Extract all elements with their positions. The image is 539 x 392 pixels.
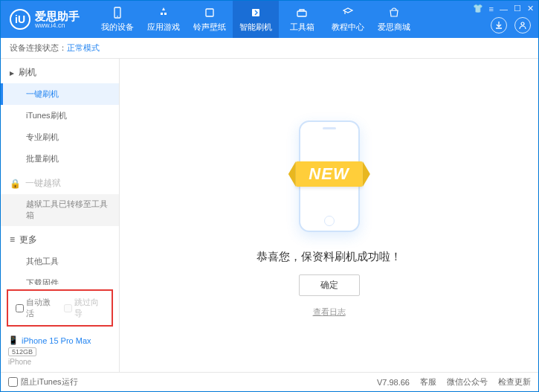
window-controls: 👕 ≡ — ☐ ✕ <box>473 4 534 13</box>
device-storage: 512GB <box>8 347 36 356</box>
sidebar-item-batch[interactable]: 批量刷机 <box>1 148 119 170</box>
top-nav: 我的设备 应用游戏 铃声壁纸 智能刷机 工具箱 教程中心 爱思商城 <box>94 1 417 38</box>
status-label: 设备连接状态： <box>10 42 67 54</box>
device-icon <box>111 6 124 19</box>
view-log-link[interactable]: 查看日志 <box>313 306 346 318</box>
logo: iU 爱思助手 www.i4.cn <box>1 9 88 30</box>
minimize-icon[interactable]: — <box>500 4 508 13</box>
footer-link-wechat[interactable]: 微信公众号 <box>447 376 488 388</box>
sidebar-item-oneclick[interactable]: 一键刷机 <box>1 83 119 105</box>
nav-tutorials[interactable]: 教程中心 <box>325 1 371 38</box>
new-ribbon: NEW <box>295 161 362 187</box>
sidebar-item-other[interactable]: 其他工具 <box>1 251 119 272</box>
auto-activate-checkbox[interactable]: 自动激活 <box>16 297 57 319</box>
svg-rect-4 <box>297 11 306 16</box>
device-name[interactable]: 📱iPhone 15 Pro Max <box>8 335 112 345</box>
nav-apps[interactable]: 应用游戏 <box>141 1 187 38</box>
skin-icon[interactable]: 👕 <box>473 4 483 13</box>
footer: 阻止iTunes运行 V7.98.66 客服 微信公众号 检查更新 <box>1 372 538 391</box>
nav-flash[interactable]: 智能刷机 <box>233 1 279 38</box>
svg-rect-3 <box>252 9 259 16</box>
sidebar-options: 自动激活 跳过向导 <box>7 289 113 327</box>
sidebar-item-itunes[interactable]: iTunes刷机 <box>1 105 119 126</box>
sidebar-group-more[interactable]: ≡更多 <box>1 226 119 251</box>
user-button[interactable] <box>514 17 531 33</box>
status-bar: 设备连接状态： 正常模式 <box>1 38 538 59</box>
success-message: 恭喜您，保资料刷机成功啦！ <box>256 250 401 264</box>
nav-tools[interactable]: 工具箱 <box>279 1 325 38</box>
sidebar-item-download[interactable]: 下载固件 <box>1 272 119 285</box>
sidebar: ▸刷机 一键刷机 iTunes刷机 专业刷机 批量刷机 🔒一键越狱 越狱工具已转… <box>1 59 120 372</box>
skip-guide-checkbox[interactable]: 跳过向导 <box>64 297 105 319</box>
download-button[interactable] <box>491 17 507 33</box>
app-subtitle: www.i4.cn <box>35 22 80 29</box>
device-type: iPhone <box>8 358 112 366</box>
ok-button[interactable]: 确定 <box>299 274 360 296</box>
toolbox-icon <box>295 6 309 19</box>
phone-icon: 📱 <box>8 335 19 345</box>
success-illustration: NEW <box>259 113 400 240</box>
app-title: 爱思助手 <box>35 10 80 22</box>
tutorial-icon <box>341 6 355 19</box>
flash-icon <box>249 6 262 19</box>
status-mode: 正常模式 <box>67 42 100 54</box>
svg-rect-2 <box>206 9 213 16</box>
close-icon[interactable]: ✕ <box>527 4 534 13</box>
more-group-icon: ≡ <box>10 234 15 245</box>
logo-icon: iU <box>10 9 30 30</box>
store-icon <box>387 6 401 19</box>
footer-link-support[interactable]: 客服 <box>420 376 436 388</box>
block-itunes-checkbox[interactable]: 阻止iTunes运行 <box>8 376 78 388</box>
title-bar: iU 爱思助手 www.i4.cn 我的设备 应用游戏 铃声壁纸 智能刷机 工具… <box>1 1 538 38</box>
flash-group-icon: ▸ <box>10 68 14 78</box>
lock-icon: 🔒 <box>10 179 21 189</box>
sidebar-group-flash[interactable]: ▸刷机 <box>1 59 119 83</box>
main-content: NEW 恭喜您，保资料刷机成功啦！ 确定 查看日志 <box>120 59 538 372</box>
nav-my-device[interactable]: 我的设备 <box>94 1 141 38</box>
svg-point-5 <box>521 22 524 25</box>
footer-link-update[interactable]: 检查更新 <box>498 376 531 388</box>
menu-icon[interactable]: ≡ <box>489 4 494 13</box>
ringtone-icon <box>203 6 216 19</box>
apps-icon <box>157 6 170 19</box>
nav-ringtones[interactable]: 铃声壁纸 <box>187 1 233 38</box>
maximize-icon[interactable]: ☐ <box>514 4 521 13</box>
version-label: V7.98.66 <box>377 378 410 387</box>
sidebar-item-pro[interactable]: 专业刷机 <box>1 126 119 148</box>
nav-store[interactable]: 爱思商城 <box>371 1 417 38</box>
sidebar-group-jailbreak: 🔒一键越狱 <box>1 170 119 194</box>
sidebar-jailbreak-note: 越狱工具已转移至工具箱 <box>1 194 119 226</box>
svg-point-1 <box>117 16 118 17</box>
device-info: 📱iPhone 15 Pro Max 512GB iPhone <box>1 331 119 372</box>
